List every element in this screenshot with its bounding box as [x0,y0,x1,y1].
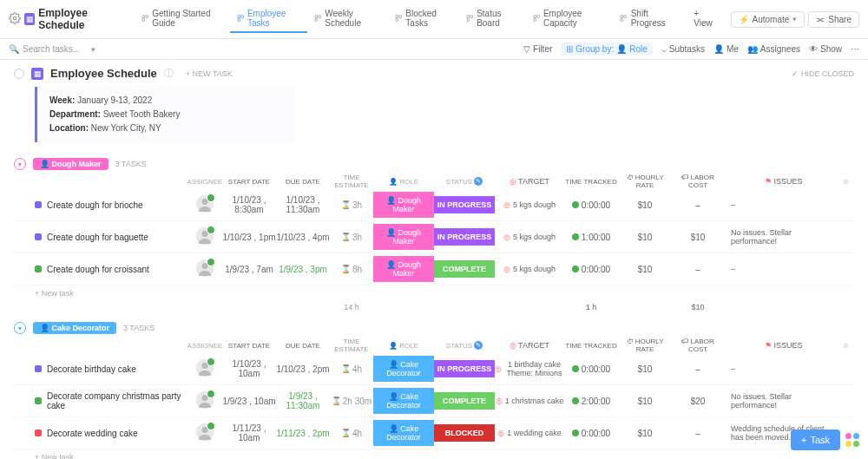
fab-apps-icon[interactable] [845,433,859,447]
role-cell[interactable]: 👤 Dough Maker [373,192,434,218]
avatar[interactable] [196,359,214,377]
task-row[interactable]: Decorate wedding cake 1/11/23 , 10am 1/1… [14,417,854,449]
add-column-icon[interactable]: ⊕ [837,178,854,186]
group-dough: ▾ 👤 Dough Maker 3 TASKS ASSIGNEE START D… [14,154,854,313]
avatar[interactable] [196,423,214,441]
svg-rect-8 [319,16,320,17]
avatar[interactable] [196,227,214,245]
due-date: 1/10/23 , 4pm [276,233,330,242]
target-cell: ◎1 birthday cake Theme: Minions [495,360,564,377]
status-square [35,266,42,272]
tab-employee-tasks[interactable]: Employee Tasks [230,5,307,33]
hourly-rate: $10 [618,397,672,406]
fab-container: +Task [791,429,859,450]
role-cell[interactable]: 👤 Dough Maker [373,256,434,282]
assignees-button[interactable]: 👥Assignees [747,44,800,54]
group-chip[interactable]: 👤 Dough Maker [33,158,108,170]
new-task-row[interactable]: + New task [14,285,854,301]
page-title: Employee Schedule [38,7,124,31]
filter-icon: ▽ [523,44,530,54]
status-square [35,365,42,372]
collapse-all-icon[interactable] [14,69,24,79]
task-row[interactable]: Create dough for croissant 1/9/23 , 7am … [14,253,854,285]
tab-status-board[interactable]: Status Board [459,5,526,33]
hourly-rate: $10 [618,265,672,274]
svg-rect-4 [238,16,240,17]
svg-rect-16 [534,16,536,17]
svg-rect-6 [238,19,240,21]
status-cell[interactable]: IN PROGRESS [434,196,495,213]
status-cell[interactable]: COMPLETE [434,260,495,278]
group-chip[interactable]: 👤 Cake Decorator [33,322,116,334]
status-cell[interactable]: IN PROGRESS [434,228,495,246]
automate-button[interactable]: ⚡Automate▾ [731,11,806,28]
svg-point-27 [202,263,208,269]
time-estimate: ⌛4h [330,364,373,374]
start-date: 1/9/23 , 7am [222,265,276,274]
due-date: 1/10/23 , 2pm [276,364,330,374]
start-date: 1/10/23 , 10am [222,359,276,378]
role-cell[interactable]: 👤 Cake Decorator [373,388,434,414]
due-date: 1/9/23 , 11:30am [276,391,330,410]
hide-closed-button[interactable]: ✓HIDE CLOSED [792,69,854,78]
collapse-icon[interactable]: ▾ [14,158,26,170]
status-cell[interactable]: BLOCKED [434,424,495,442]
subtasks-button[interactable]: ⌵Subtasks [661,44,705,54]
svg-point-31 [202,395,208,401]
task-row[interactable]: Create dough for baguette 1/10/23 , 1pm … [14,221,854,253]
svg-rect-2 [146,16,148,17]
avatar[interactable] [196,259,214,277]
new-task-button[interactable]: + NEW TASK [181,68,238,80]
gear-icon[interactable] [9,12,21,26]
svg-rect-12 [396,19,398,21]
filter-button[interactable]: ▽Filter [523,44,552,54]
fab-task-button[interactable]: +Task [791,429,840,450]
labor-cost: – [672,200,724,210]
tab-shift-progress[interactable]: Shift Progress [613,5,683,33]
task-count: 3 TASKS [115,160,147,168]
time-estimate: ⌛3h [330,200,373,210]
search-input[interactable]: 🔍 Search tasks... ▾ [9,44,95,54]
show-button[interactable]: 👁Show [809,44,842,54]
tab-getting-started-guide[interactable]: Getting Started Guide [135,5,230,33]
svg-rect-13 [467,16,469,17]
calendar-icon: ▦ [31,68,43,80]
issues-cell: No issues. Stellar performance! [724,228,837,246]
issues-cell: – [724,200,837,209]
status-square [35,201,42,208]
avatar[interactable] [196,391,214,409]
task-row[interactable]: Create dough for brioche 1/10/23 , 8:30a… [14,189,854,221]
tab-employee-capacity[interactable]: Employee Capacity [526,5,614,33]
status-cell[interactable]: IN PROGRESS [434,360,495,377]
collapse-icon[interactable]: ▾ [14,322,26,334]
info-icon[interactable]: ⓘ [164,67,174,80]
task-row[interactable]: Decorate company christmas party cake 1/… [14,385,854,417]
target-cell: ◎1 wedding cake [495,429,564,437]
new-task-row[interactable]: + New task [14,449,854,459]
svg-point-33 [202,427,208,433]
svg-rect-19 [621,16,622,17]
svg-rect-1 [142,16,144,17]
role-cell[interactable]: 👤 Cake Decorator [373,356,434,382]
toolbar: 🔍 Search tasks... ▾ ▽Filter ⊞Group by:👤R… [0,39,868,60]
share-button[interactable]: ⫘Share [808,11,859,28]
role-cell[interactable]: 👤 Cake Decorator [373,420,434,446]
time-estimate: ⌛4h [330,429,373,438]
due-date: 1/11/23 , 2pm [276,429,330,438]
time-tracked: 2:00:00 [564,397,618,406]
start-date: 1/11/23 , 10am [222,423,276,443]
me-button[interactable]: 👤Me [713,44,739,54]
column-headers: ASSIGNEE START DATE DUE DATE TIME ESTIMA… [14,174,854,189]
add-view-button[interactable]: + View [687,5,723,33]
more-icon[interactable]: ⋯ [851,44,859,54]
tab-blocked-tasks[interactable]: Blocked Tasks [388,5,459,33]
task-row[interactable]: Decorate birthday cake 1/10/23 , 10am 1/… [14,353,854,385]
status-cell[interactable]: COMPLETE [434,392,495,410]
group-by-button[interactable]: ⊞Group by:👤Role [561,43,653,56]
avatar[interactable] [196,195,214,213]
tab-weekly-schedule[interactable]: Weekly Schedule [307,5,388,33]
status-square [35,429,42,436]
add-column-icon[interactable]: ⊕ [837,342,854,350]
svg-rect-20 [624,16,626,17]
role-cell[interactable]: 👤 Dough Maker [373,224,434,250]
